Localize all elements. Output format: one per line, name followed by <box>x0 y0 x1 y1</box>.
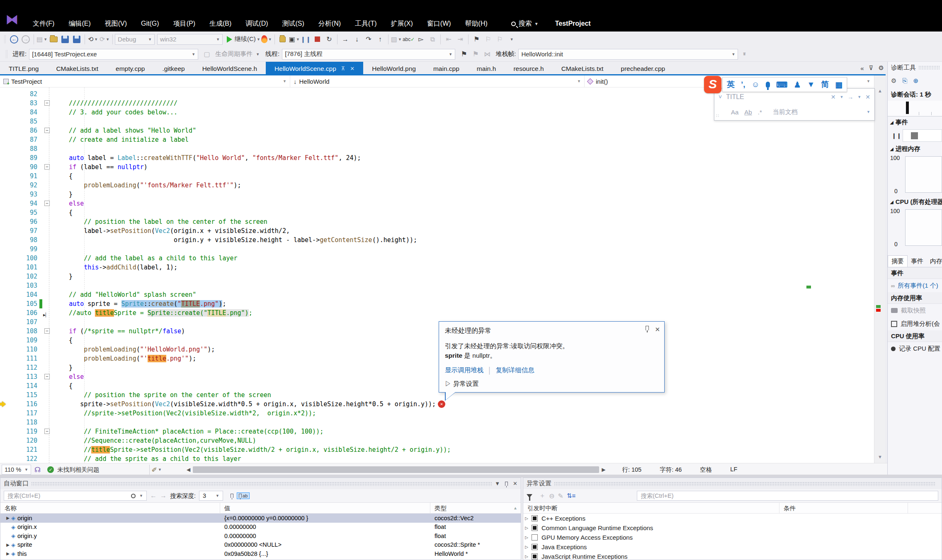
memory-section-header[interactable]: 进程内存 <box>896 145 920 153</box>
autos-row-origin-x[interactable]: ◈origin.x0.00000000float <box>0 523 521 532</box>
code-line-86[interactable]: 86− // add a label shows "Hello World" <box>0 126 874 135</box>
debugbar-overflow-button[interactable]: ⩸ <box>738 49 749 60</box>
new-item-button[interactable]: ▤▼ <box>36 34 47 45</box>
menu-item-1[interactable]: 编辑(E) <box>61 16 97 32</box>
code-line-88[interactable]: 88 <box>0 144 874 153</box>
toolbar-grip[interactable] <box>4 35 6 44</box>
ime-input-assist-icon[interactable]: ♟ <box>794 80 801 90</box>
navigate-back-button[interactable]: ← <box>9 34 19 45</box>
tab-main-cpp[interactable]: main.cpp <box>425 62 468 75</box>
code-line-93[interactable]: 93 } <box>0 190 874 199</box>
code-editor[interactable]: 8283− /////////////////////////////84 //… <box>0 87 874 463</box>
process-dropdown[interactable]: [16448] TestProject.exe▼ <box>29 49 198 60</box>
find-close-icon[interactable]: ✕ <box>865 94 870 100</box>
spell-check-button[interactable]: abc✓ <box>403 34 415 45</box>
fold-collapse-icon[interactable]: − <box>44 100 50 106</box>
exceptions-search-input[interactable]: 搜索(Ctrl+E) <box>637 491 938 501</box>
code-line-90[interactable]: 90− if (label == nullptr) <box>0 162 874 172</box>
code-line-94[interactable]: 94− else <box>0 199 874 208</box>
code-line-99[interactable]: 99 <box>0 245 874 254</box>
platform-dropdown[interactable]: win32▼ <box>157 34 223 45</box>
tab-precheader-cpp[interactable]: precheader.cpp <box>612 62 674 75</box>
exception-row-java-exceptions[interactable]: ▷Java Exceptions <box>523 542 942 552</box>
ime-emoji-icon[interactable]: ☺ <box>752 80 760 89</box>
thread-dropdown[interactable]: [7876] 主线程▼ <box>282 49 455 60</box>
whole-word-toggle[interactable]: Ab <box>744 109 752 116</box>
code-line-92[interactable]: 92 problemLoading("'fonts/Marker Felt.tt… <box>0 181 874 190</box>
tab-cmakelists-txt[interactable]: CMakeLists.txt <box>47 62 107 75</box>
autos-row-origin-y[interactable]: ◈origin.y0.00000000float <box>0 531 521 541</box>
code-line-89[interactable]: 89 auto label = Label::createWithTTF("He… <box>0 153 874 162</box>
code-line-119[interactable]: 119− // FiniteTimeAction* placeAction = … <box>0 427 874 436</box>
menu-item-2[interactable]: 视图(V) <box>98 16 134 32</box>
pin-icon[interactable] <box>646 326 649 330</box>
event-marker[interactable] <box>911 132 918 139</box>
tab-cmakelists-txt[interactable]: CMakeLists.txt <box>553 62 612 75</box>
search-next-icon[interactable]: → <box>160 492 167 499</box>
search-depth-dropdown[interactable]: 3▼ <box>199 491 223 501</box>
find-next-caret-icon[interactable]: ▼ <box>857 95 861 99</box>
fold-collapse-icon[interactable]: − <box>44 374 50 379</box>
pin-property-icon[interactable] <box>231 494 233 498</box>
autos-pin-icon[interactable] <box>505 482 508 486</box>
filter-funnel-icon[interactable] <box>527 494 532 498</box>
tab-helloworldscene-h[interactable]: HelloWorldScene.h <box>194 62 266 75</box>
ime-punctuation-icon[interactable]: ’, <box>741 80 745 89</box>
bookmark-prev-button[interactable]: ⚐ <box>483 34 493 45</box>
sogou-logo-icon[interactable]: S <box>704 76 721 93</box>
panel-splitter[interactable] <box>0 475 942 478</box>
events-section-header[interactable]: 事件 <box>896 119 908 126</box>
tab-helloworld-png[interactable]: HelloWorld.png <box>363 62 425 75</box>
tab-list-dropdown-icon[interactable]: ⊽ <box>869 64 874 72</box>
indent-decrease-button[interactable]: ⇤ <box>443 34 454 45</box>
code-line-114[interactable]: 114 { <box>0 381 874 390</box>
row-expander-icon[interactable]: ▷ <box>523 516 530 521</box>
code-line-113[interactable]: 113− else <box>0 372 874 381</box>
fold-collapse-icon[interactable]: − <box>44 164 50 170</box>
autos-row-sprite[interactable]: ▶◈sprite0x00000000 <NULL>cocos2d::Sprite… <box>0 541 521 550</box>
exception-checkbox[interactable] <box>532 534 538 541</box>
quick-search-button[interactable]: 搜索 ▼ <box>505 16 544 32</box>
code-line-107[interactable]: 107 <box>0 318 874 327</box>
show-call-stack-link[interactable]: 显示调用堆栈 <box>445 366 483 375</box>
step-out-button[interactable]: ↑ <box>375 34 386 45</box>
find-options-caret-icon[interactable]: ▼ <box>840 95 843 99</box>
code-line-91[interactable]: 91 { <box>0 172 874 181</box>
row-expander-icon[interactable]: ▷ <box>523 535 530 540</box>
fold-collapse-icon[interactable]: − <box>44 429 50 434</box>
code-line-115[interactable]: 115 // position the sprite on the center… <box>0 390 874 400</box>
row-expander-icon[interactable]: ▷ <box>523 526 530 530</box>
tab-scroll-left-icon[interactable]: « <box>860 65 864 72</box>
close-icon[interactable]: ✕ <box>655 326 660 333</box>
ime-skin-icon[interactable]: ▼ <box>807 80 815 89</box>
lifecycle-events-button[interactable]: ▢ <box>202 49 212 60</box>
diagnostics-zoom-icon[interactable]: ⊕ <box>913 77 918 85</box>
code-line-102[interactable]: 102 } <box>0 272 874 281</box>
code-line-110[interactable]: 110 problemLoading("'HelloWorld.png'"); <box>0 345 874 354</box>
error-badge-icon[interactable]: ✕ <box>438 400 445 408</box>
code-line-108[interactable]: 108− if (/*sprite == nullptr*/false) <box>0 327 874 336</box>
row-expander-icon[interactable]: ▶ <box>5 551 11 556</box>
ime-simplified-toggle[interactable]: 简 <box>821 79 829 90</box>
code-line-122[interactable]: 122 // add the sprite as a child to this… <box>0 454 874 463</box>
code-line-106[interactable]: 106▶▏ //auto titleSprite = Sprite::creat… <box>0 308 874 318</box>
open-folder-button[interactable] <box>48 34 59 45</box>
type-dropdown[interactable]: ↓ HelloWorld▼ <box>290 75 585 87</box>
code-line-120[interactable]: 120 //Sequence::create(placeAction,curve… <box>0 436 874 445</box>
diagnostics-export-icon[interactable]: ⎘ <box>902 77 907 85</box>
diag-tab-summary[interactable]: 摘要 <box>888 255 908 267</box>
hscroll-right-icon[interactable]: ▶ <box>602 467 605 473</box>
find-in-files-button[interactable] <box>277 34 288 45</box>
code-line-111[interactable]: 111 problemLoading("'title.png'"); <box>0 354 874 363</box>
break-all-button[interactable]: ❙❙ <box>301 34 311 45</box>
restart-button[interactable]: ↻ <box>324 34 335 45</box>
fold-collapse-icon[interactable]: − <box>44 201 50 206</box>
pin-members-toggle[interactable]: ab <box>237 492 250 499</box>
exception-settings-expander[interactable]: ▷ 异常设置 <box>445 380 658 388</box>
ime-microphone-icon[interactable] <box>766 82 770 88</box>
col-break-when-thrown[interactable]: 引发时中断 <box>523 503 779 514</box>
code-line-87[interactable]: 87 // create and initialize a label <box>0 135 874 144</box>
exception-row-gpu-memory-access-exceptions[interactable]: ▷GPU Memory Access Exceptions <box>523 533 942 542</box>
code-line-96[interactable]: 96 // position the label on the center o… <box>0 217 874 226</box>
restore-defaults-icon[interactable]: ⇅≡ <box>567 492 575 499</box>
